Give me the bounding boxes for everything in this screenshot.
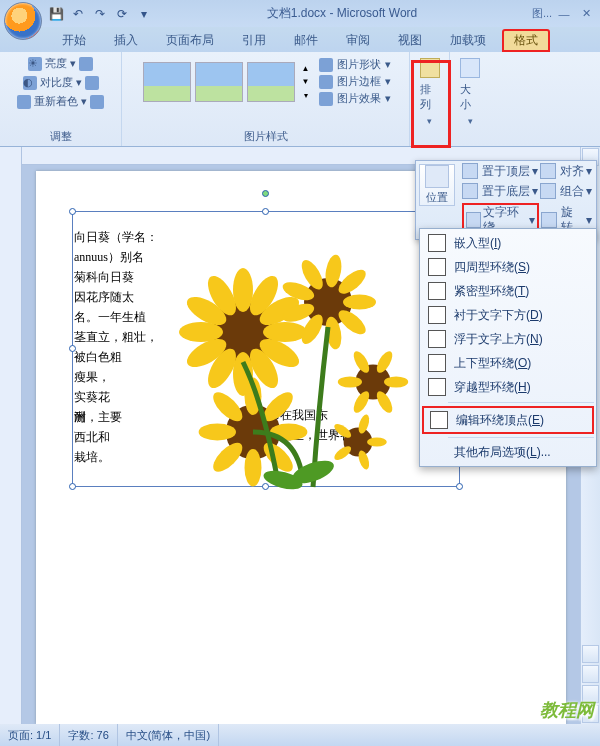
bring-front-button[interactable]: 置于顶层 xyxy=(482,164,530,179)
minimize-button[interactable]: — xyxy=(554,6,574,22)
style-thumb[interactable] xyxy=(195,62,243,102)
recolor-button[interactable]: 重新着色 ▾ xyxy=(17,92,104,111)
wrap-front-icon xyxy=(428,330,446,348)
size-button[interactable]: 大小 xyxy=(454,54,486,130)
language-indicator[interactable]: 中文(简体，中国) xyxy=(118,724,219,746)
compress-icon[interactable] xyxy=(79,57,93,71)
scroll-down-button[interactable] xyxy=(582,645,599,663)
resize-handle[interactable] xyxy=(69,345,76,352)
resize-handle[interactable] xyxy=(69,483,76,490)
gallery-up-icon[interactable]: ▲ xyxy=(299,64,313,73)
picture-shape-button[interactable]: 图片形状 ▾ xyxy=(319,56,391,73)
text-wrap-menu: 嵌入型(I) 四周型环绕(S) 紧密型环绕(T) 衬于文字下方(D) 浮于文字上… xyxy=(419,228,597,467)
title-bar: 💾 ↶ ↷ ⟳ ▾ 文档1.docx - Microsoft Word 图...… xyxy=(0,0,600,27)
sunflower-image xyxy=(163,232,423,492)
tab-home[interactable]: 开始 xyxy=(50,29,98,52)
wrap-edit-points[interactable]: 编辑环绕顶点(E) xyxy=(422,406,594,434)
picture-border-button[interactable]: 图片边框 ▾ xyxy=(319,73,391,90)
wrap-topbottom[interactable]: 上下型环绕(O) xyxy=(422,351,594,375)
resize-handle[interactable] xyxy=(69,208,76,215)
group-icon xyxy=(540,183,556,199)
send-back-icon xyxy=(462,183,478,199)
svg-point-33 xyxy=(384,377,408,388)
wrap-inline-icon xyxy=(428,234,446,252)
page-indicator[interactable]: 页面: 1/1 xyxy=(0,724,60,746)
vertical-ruler[interactable] xyxy=(0,147,22,724)
recolor-icon xyxy=(17,95,31,109)
contrast-button[interactable]: ◐对比度 ▾ xyxy=(23,73,99,92)
reset-pic-icon[interactable] xyxy=(90,95,104,109)
window-title: 文档1.docx - Microsoft Word xyxy=(152,5,532,22)
gallery-down-icon[interactable]: ▼ xyxy=(299,77,313,86)
wrap-topbottom-icon xyxy=(428,354,446,372)
tab-review[interactable]: 审阅 xyxy=(334,29,382,52)
tab-view[interactable]: 视图 xyxy=(386,29,434,52)
wrap-behind[interactable]: 衬于文字下方(D) xyxy=(422,303,594,327)
pic-shape-icon xyxy=(319,58,333,72)
wrap-square-icon xyxy=(428,258,446,276)
qat-more-icon[interactable]: ▾ xyxy=(136,6,152,22)
change-pic-icon[interactable] xyxy=(85,76,99,90)
tab-pagelayout[interactable]: 页面布局 xyxy=(154,29,226,52)
group-button[interactable]: 组合 xyxy=(560,184,584,199)
watermark: 教程网 xyxy=(540,698,594,722)
svg-point-14 xyxy=(343,295,376,310)
save-icon[interactable]: 💾 xyxy=(48,6,64,22)
group-styles-label: 图片样式 xyxy=(244,127,288,144)
pic-effects-icon xyxy=(319,92,333,106)
wrap-more-options[interactable]: 其他布局选项(L)... xyxy=(422,441,594,464)
position-button[interactable]: 位置 xyxy=(419,164,455,206)
svg-point-40 xyxy=(367,438,387,447)
wrap-tight[interactable]: 紧密型环绕(T) xyxy=(422,279,594,303)
tab-addins[interactable]: 加载项 xyxy=(438,29,498,52)
wrap-behind-icon xyxy=(428,306,446,324)
office-button[interactable] xyxy=(4,2,42,40)
rotate-handle[interactable] xyxy=(262,190,269,197)
text-wrap-icon xyxy=(466,212,481,228)
window-buttons: 图... — ✕ xyxy=(532,6,596,22)
svg-point-28 xyxy=(199,424,236,441)
svg-point-10 xyxy=(233,268,253,312)
chevron-down-icon xyxy=(427,116,432,126)
resize-handle[interactable] xyxy=(262,208,269,215)
ribbon: ☀亮度 ▾ ◐对比度 ▾ 重新着色 ▾ 调整 ▲ ▼ ▾ 图片形状 ▾ 图片边框… xyxy=(0,52,600,147)
picture-effects-button[interactable]: 图片效果 ▾ xyxy=(319,90,391,107)
rotate-icon xyxy=(541,212,556,228)
group-adjust: ☀亮度 ▾ ◐对比度 ▾ 重新着色 ▾ 调整 xyxy=(0,52,122,146)
style-gallery[interactable]: ▲ ▼ ▾ xyxy=(139,58,317,106)
redo-icon[interactable]: ↷ xyxy=(92,6,108,22)
tab-insert[interactable]: 插入 xyxy=(102,29,150,52)
style-thumb[interactable] xyxy=(247,62,295,102)
contrast-icon: ◐ xyxy=(23,76,37,90)
group-size: 大小 xyxy=(450,52,490,146)
pic-border-icon xyxy=(319,75,333,89)
bring-front-icon xyxy=(462,163,478,179)
group-arrange: 排列 xyxy=(410,52,450,146)
brightness-button[interactable]: ☀亮度 ▾ xyxy=(28,54,93,73)
wrap-square[interactable]: 四周型环绕(S) xyxy=(422,255,594,279)
tab-format[interactable]: 格式 xyxy=(502,29,550,52)
undo-icon[interactable]: ↶ xyxy=(70,6,86,22)
tab-mailings[interactable]: 邮件 xyxy=(282,29,330,52)
wrap-inline[interactable]: 嵌入型(I) xyxy=(422,231,594,255)
resize-handle[interactable] xyxy=(456,483,463,490)
ribbon-tabs: 开始 插入 页面布局 引用 邮件 审阅 视图 加载项 格式 xyxy=(0,27,600,52)
prev-page-button[interactable] xyxy=(582,665,599,683)
send-back-button[interactable]: 置于底层 xyxy=(482,184,530,199)
align-button[interactable]: 对齐 xyxy=(560,164,584,179)
picture-frame[interactable] xyxy=(72,211,460,487)
status-bar: 页面: 1/1 字数: 76 中文(简体，中国) xyxy=(0,724,600,746)
resize-handle[interactable] xyxy=(262,483,269,490)
wrap-through[interactable]: 穿越型环绕(H) xyxy=(422,375,594,399)
word-count[interactable]: 字数: 76 xyxy=(60,724,117,746)
repeat-icon[interactable]: ⟳ xyxy=(114,6,130,22)
svg-point-7 xyxy=(179,322,223,342)
close-button[interactable]: ✕ xyxy=(576,6,596,22)
quick-access-toolbar: 💾 ↶ ↷ ⟳ ▾ xyxy=(48,6,152,22)
tab-references[interactable]: 引用 xyxy=(230,29,278,52)
arrange-button[interactable]: 排列 xyxy=(414,54,446,130)
style-thumb[interactable] xyxy=(143,62,191,102)
wrap-front[interactable]: 浮于文字上方(N) xyxy=(422,327,594,351)
group-picture-styles: ▲ ▼ ▾ 图片形状 ▾ 图片边框 ▾ 图片效果 ▾ 图片样式 xyxy=(122,52,410,146)
gallery-more-icon[interactable]: ▾ xyxy=(299,91,313,100)
